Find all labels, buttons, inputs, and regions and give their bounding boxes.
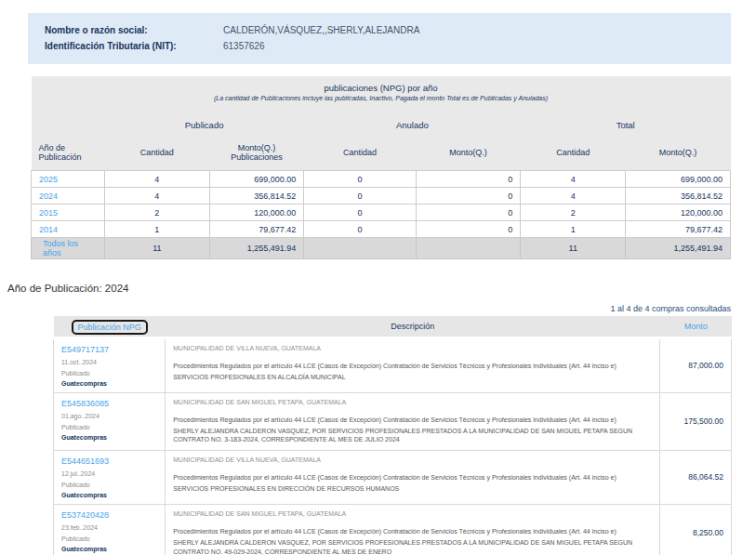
cell-total-cantidad: 1	[521, 221, 626, 238]
description-cell: MUNICIPALIDAD DE SAN MIGUEL PETAPA, GUAT…	[166, 392, 660, 450]
detail-col-header-monto-link[interactable]: Monto	[684, 322, 708, 331]
cell-total-cantidad: 2	[521, 205, 626, 221]
cell-anu-monto: 0	[416, 188, 521, 205]
year-link-2014[interactable]: 2014	[39, 225, 58, 234]
publication-status: Publicado	[61, 535, 157, 542]
npg-cell: E537420428 23.feb..2024 Publicado Guatec…	[54, 504, 166, 555]
cell-anu-monto: 0	[416, 205, 521, 221]
publication-date: 23.feb..2024	[61, 524, 157, 531]
cell-anu-cantidad: 0	[304, 205, 416, 221]
taxpayer-name-row: Nombre o razón social: CALDERÓN,VÁSQUEZ,…	[45, 24, 722, 37]
publication-status: Publicado	[61, 424, 157, 430]
buyer-entity: MUNICIPALIDAD DE VILLA NUEVA, GUATEMALA	[173, 345, 652, 351]
summary-table-title-cell: publicaciones (NPG) por año (La cantidad…	[32, 76, 731, 112]
cell-total-monto: 699,000.00	[626, 171, 731, 188]
npg-link[interactable]: E544651693	[61, 456, 157, 466]
year-link-2015[interactable]: 2015	[39, 208, 58, 218]
npg-link[interactable]: E537420428	[61, 510, 157, 520]
summary-table-title: publicaciones (NPG) por año	[32, 83, 731, 93]
npg-link[interactable]: E549717137	[61, 345, 157, 354]
all-years-link[interactable]: Todos los años	[43, 239, 78, 258]
cell-anu-cantidad: 0	[304, 188, 416, 205]
footer-anu-cantidad	[304, 238, 416, 259]
year-link-2024[interactable]: 2024	[39, 192, 58, 201]
npg-cell: E549717137 11.oct..2024 Publicado Guatec…	[54, 337, 166, 392]
summary-table-subtitle: (La cantidad de Publicaciones incluye la…	[32, 95, 731, 112]
publication-date: 01.ago..2024	[61, 413, 157, 419]
buyer-entity: MUNICIPALIDAD DE VILLA NUEVA, GUATEMALA	[173, 456, 652, 463]
detail-section-heading: Año de Publicación: 2024	[7, 283, 756, 294]
col-header-total-cantidad: Cantidad	[521, 141, 626, 171]
col-header-total-monto: Monto(Q.)	[626, 141, 731, 171]
modality-text: Procedimientos Regulados por el artículo…	[173, 473, 652, 482]
npg-cell: E544651693 12.jul..2024 Publicado Guatec…	[54, 450, 166, 504]
footer-pub-cantidad: 11	[104, 238, 209, 259]
cell-pub-cantidad: 2	[104, 205, 209, 221]
monto-cell: 86,064.52	[660, 450, 732, 504]
taxpayer-name-value: CALDERÓN,VÁSQUEZ,,SHERLY,ALEJANDRA	[223, 24, 419, 37]
publication-source: Guatecompras	[61, 492, 157, 498]
footer-total-monto: 1,255,491.94	[626, 238, 731, 259]
col-header-year: Año de Publicación	[32, 141, 105, 171]
pagination-status: 1 al 4 de 4 compras consultadas	[0, 304, 731, 313]
description-text: SHERLY ALEJANDRA CALDERON VASQUEZ, POR S…	[173, 538, 652, 555]
footer-pub-monto: 1,255,491.94	[209, 238, 304, 259]
detail-col-header-descripcion: Descripción	[166, 316, 660, 337]
summary-row-2024: 2024 4 356,814.52 0 0 4 356,814.52	[32, 188, 731, 205]
cell-anu-monto: 0	[416, 171, 521, 188]
summary-row-2014: 2014 1 79,677.42 0 0 1 79,677.42	[32, 221, 731, 238]
col-header-publicado-monto: Monto(Q.) Publicaciones	[209, 141, 304, 171]
buyer-entity: MUNICIPALIDAD DE SAN MIGUEL PETAPA, GUAT…	[173, 510, 652, 517]
detail-col-header-npg-link[interactable]: Publicación NPG	[72, 320, 148, 335]
cell-pub-cantidad: 4	[104, 188, 209, 205]
publication-date: 12.jul..2024	[61, 470, 157, 477]
col-header-anulado-cantidad: Cantidad	[304, 141, 416, 171]
cell-anu-monto: 0	[416, 221, 521, 238]
taxpayer-name-label: Nombre o razón social:	[45, 24, 223, 37]
detail-col-header-monto-cell: Monto	[660, 316, 732, 337]
cell-total-cantidad: 4	[521, 171, 626, 188]
group-header-publicado: Publicado	[104, 112, 303, 141]
footer-anu-monto	[416, 238, 521, 259]
taxpayer-nit-value: 61357626	[223, 40, 265, 53]
cell-total-monto: 356,814.52	[626, 188, 731, 205]
npg-link[interactable]: E545836085	[61, 399, 157, 408]
description-cell: MUNICIPALIDAD DE VILLA NUEVA, GUATEMALA …	[166, 450, 660, 504]
taxpayer-info-box: Nombre o razón social: CALDERÓN,VÁSQUEZ,…	[28, 13, 731, 64]
cell-total-cantidad: 4	[521, 188, 626, 205]
cell-pub-monto: 79,677.42	[209, 221, 304, 238]
modality-text: Procedimientos Regulados por el artículo…	[173, 527, 652, 535]
detail-row: E544651693 12.jul..2024 Publicado Guatec…	[54, 450, 732, 504]
year-link-2025[interactable]: 2025	[39, 175, 58, 184]
cell-anu-cantidad: 0	[304, 171, 416, 188]
cell-pub-cantidad: 1	[104, 221, 209, 238]
publication-date: 11.oct..2024	[61, 359, 157, 365]
publications-detail-table: Publicación NPG Descripción Monto E54971…	[53, 316, 732, 555]
group-header-anulado: Anulado	[304, 112, 521, 141]
description-text: SERVICIOS PROFESIONALES EN ALCALDÍA MUNI…	[173, 373, 652, 381]
publications-summary-table: publicaciones (NPG) por año (La cantidad…	[31, 76, 731, 259]
buyer-entity: MUNICIPALIDAD DE SAN MIGUEL PETAPA, GUAT…	[173, 399, 652, 405]
detail-row: E537420428 23.feb..2024 Publicado Guatec…	[54, 504, 732, 555]
cell-pub-monto: 120,000.00	[209, 205, 304, 221]
detail-col-header-npg-cell: Publicación NPG	[54, 316, 166, 337]
group-header-empty	[32, 112, 105, 141]
description-text: SERVICIOS PROFESIONALES EN DIRECCIÓN DE …	[173, 484, 652, 493]
modality-text: Procedimientos Regulados por el artículo…	[173, 362, 652, 370]
col-header-publicado-cantidad: Cantidad	[104, 141, 209, 171]
publication-status: Publicado	[61, 482, 157, 488]
cell-total-monto: 120,000.00	[626, 205, 731, 221]
description-text: SHERLY ALEJANDRA CALDERON VASQUEZ, POR S…	[173, 427, 652, 444]
npg-cell: E545836085 01.ago..2024 Publicado Guatec…	[54, 392, 166, 450]
cell-total-monto: 79,677.42	[626, 221, 731, 238]
monto-cell: 8,250.00	[660, 504, 732, 555]
description-cell: MUNICIPALIDAD DE SAN MIGUEL PETAPA, GUAT…	[166, 504, 660, 555]
group-header-total: Total	[521, 112, 731, 141]
col-header-anulado-monto: Monto(Q.)	[416, 141, 521, 171]
footer-total-cantidad: 11	[521, 238, 626, 259]
monto-cell: 175,500.00	[660, 392, 732, 450]
detail-row: E545836085 01.ago..2024 Publicado Guatec…	[54, 392, 732, 450]
taxpayer-nit-row: Identificación Tributaria (NIT): 6135762…	[45, 40, 722, 53]
publication-source: Guatecompras	[61, 546, 157, 552]
cell-pub-monto: 356,814.52	[209, 188, 304, 205]
